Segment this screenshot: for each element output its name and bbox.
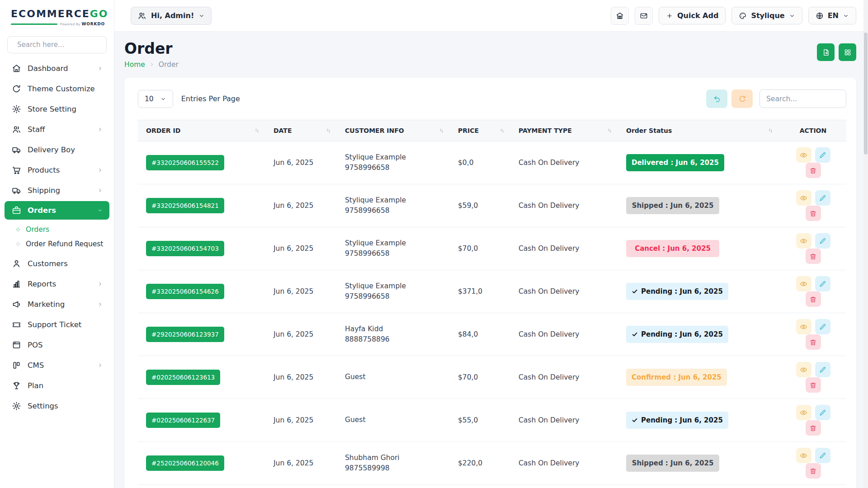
pencil-icon bbox=[819, 194, 826, 202]
delete-order-button[interactable] bbox=[806, 463, 821, 479]
order-id-badge[interactable]: #2920250606123937 bbox=[146, 327, 224, 342]
delete-order-button[interactable] bbox=[806, 291, 821, 307]
view-order-button[interactable] bbox=[796, 147, 811, 163]
sidebar-subitem-order-refund-request[interactable]: Order Refund Request bbox=[0, 237, 114, 251]
sort-icon[interactable] bbox=[326, 128, 331, 134]
customer-info: Guest bbox=[337, 356, 450, 399]
sidebar-item-staff[interactable]: Staff bbox=[0, 120, 114, 139]
delete-order-button[interactable] bbox=[806, 377, 821, 393]
sidebar-subitem-label: Orders bbox=[26, 225, 49, 234]
order-status-cell: Confirmed : Jun 6, 2025 bbox=[618, 356, 779, 399]
scrollbar-thumb[interactable] bbox=[864, 33, 868, 155]
sidebar-item-marketing[interactable]: Marketing bbox=[0, 295, 114, 314]
sidebar-item-shipping[interactable]: Shipping bbox=[0, 181, 114, 200]
store-select-button[interactable]: Stylique bbox=[731, 7, 802, 24]
order-id-badge[interactable]: #020250606123613 bbox=[146, 370, 220, 385]
sidebar-item-reports[interactable]: Reports bbox=[0, 274, 114, 294]
quick-add-button[interactable]: Quick Add bbox=[659, 7, 726, 24]
order-id-badge[interactable]: #020250606122637 bbox=[146, 413, 220, 428]
email-button[interactable] bbox=[635, 7, 653, 25]
column-header-payment-type[interactable]: PAYMENT TYPE bbox=[510, 120, 618, 141]
sidebar-item-delivery-boy[interactable]: Delivery Boy bbox=[0, 140, 114, 160]
customer-phone: 9758996658 bbox=[345, 291, 443, 302]
eye-icon bbox=[800, 194, 807, 202]
topbar-actions: Quick Add Stylique EN bbox=[611, 7, 856, 25]
sidebar-item-cms[interactable]: CMS bbox=[0, 356, 114, 375]
view-order-button[interactable] bbox=[796, 319, 811, 334]
sidebar-subitem-orders[interactable]: Orders bbox=[0, 222, 114, 237]
column-header-date[interactable]: DATE bbox=[265, 120, 337, 141]
sort-icon[interactable] bbox=[254, 128, 260, 134]
sort-icon[interactable] bbox=[607, 128, 613, 134]
breadcrumb-home-link[interactable]: Home bbox=[124, 61, 145, 69]
order-date: Jun 6, 2025 bbox=[265, 270, 337, 313]
view-order-button[interactable] bbox=[796, 362, 811, 377]
table-search-input[interactable] bbox=[760, 89, 846, 108]
order-id-cell: #3320250606155522 bbox=[138, 141, 265, 184]
order-id-badge[interactable]: #2520250606120046 bbox=[146, 455, 224, 471]
sort-icon[interactable] bbox=[439, 128, 444, 134]
view-order-button[interactable] bbox=[796, 190, 811, 206]
edit-order-button[interactable] bbox=[815, 319, 830, 334]
edit-order-button[interactable] bbox=[815, 276, 830, 291]
view-order-button[interactable] bbox=[796, 233, 811, 249]
edit-order-button[interactable] bbox=[815, 233, 830, 249]
chevron-down-icon bbox=[198, 13, 205, 19]
edit-order-button[interactable] bbox=[815, 190, 830, 206]
language-button[interactable]: EN bbox=[808, 7, 856, 24]
order-price: $70,0 bbox=[450, 227, 510, 270]
customer-info: Guest bbox=[337, 399, 450, 442]
sidebar-item-customers[interactable]: Customers bbox=[0, 254, 114, 273]
logo-text: ECOMMERCEGO bbox=[11, 8, 105, 19]
sidebar-item-support-ticket[interactable]: Support Ticket bbox=[0, 315, 114, 334]
sidebar-item-plan[interactable]: Plan bbox=[0, 376, 114, 395]
delete-order-button[interactable] bbox=[806, 206, 821, 221]
column-header-order-id[interactable]: ORDER ID bbox=[138, 120, 265, 141]
delete-order-button[interactable] bbox=[806, 249, 821, 264]
export-button[interactable] bbox=[817, 43, 835, 61]
edit-order-button[interactable] bbox=[815, 362, 830, 377]
trash-icon bbox=[809, 424, 817, 432]
sidebar-item-theme-customize[interactable]: Theme Customize bbox=[0, 79, 114, 99]
refresh-button[interactable] bbox=[731, 89, 753, 108]
order-id-badge[interactable]: #3320250606154703 bbox=[146, 241, 224, 256]
column-header-price[interactable]: PRICE bbox=[450, 120, 510, 141]
sidebar-item-settings[interactable]: Settings bbox=[0, 396, 114, 416]
grid-view-button[interactable] bbox=[839, 43, 856, 61]
view-order-button[interactable] bbox=[796, 276, 811, 291]
edit-order-button[interactable] bbox=[815, 448, 830, 463]
undo-button[interactable] bbox=[706, 89, 727, 108]
delete-order-button[interactable] bbox=[806, 334, 821, 350]
sidebar-item-store-setting[interactable]: Store Setting bbox=[0, 99, 114, 119]
order-id-badge[interactable]: #3320250606155522 bbox=[146, 155, 224, 170]
sidebar-item-products[interactable]: Products bbox=[0, 160, 114, 180]
sidebar-item-pos[interactable]: POS bbox=[0, 335, 114, 355]
view-order-button[interactable] bbox=[796, 405, 811, 420]
sidebar-search-input[interactable] bbox=[17, 41, 105, 49]
delete-order-button[interactable] bbox=[806, 163, 821, 178]
payment-type: Cash On Delivery bbox=[510, 141, 618, 184]
sidebar-item-label: Store Setting bbox=[28, 105, 76, 113]
order-id-badge[interactable]: #3320250606154821 bbox=[146, 198, 224, 213]
entries-per-page-select[interactable]: 10 bbox=[138, 90, 173, 108]
logo[interactable]: ECOMMERCEGO Powered By WORKDO bbox=[0, 0, 114, 30]
sort-icon[interactable] bbox=[499, 128, 505, 134]
customer-name: Hayfa Kidd bbox=[345, 324, 443, 334]
edit-order-button[interactable] bbox=[815, 405, 830, 420]
sidebar-item-dashboard[interactable]: Dashboard bbox=[0, 59, 114, 78]
table-header-row: ORDER IDDATECUSTOMER INFOPRICEPAYMENT TY… bbox=[138, 120, 846, 141]
scrollbar[interactable] bbox=[863, 0, 868, 488]
column-header-order-status[interactable]: Order Status bbox=[618, 120, 779, 141]
column-header-customer-info[interactable]: CUSTOMER INFO bbox=[337, 120, 450, 141]
sidebar-item-label: Customers bbox=[28, 259, 68, 268]
delete-order-button[interactable] bbox=[806, 420, 821, 436]
edit-order-button[interactable] bbox=[815, 147, 830, 163]
order-id-badge[interactable]: #3320250606154626 bbox=[146, 284, 224, 299]
sidebar-item-orders[interactable]: Orders bbox=[5, 201, 109, 220]
check-icon bbox=[632, 288, 638, 295]
chart-icon bbox=[12, 279, 21, 289]
admin-menu-button[interactable]: Hi, Admin! bbox=[131, 7, 212, 25]
view-order-button[interactable] bbox=[796, 448, 811, 463]
sort-icon[interactable] bbox=[768, 128, 774, 134]
storefront-button[interactable] bbox=[611, 7, 629, 25]
